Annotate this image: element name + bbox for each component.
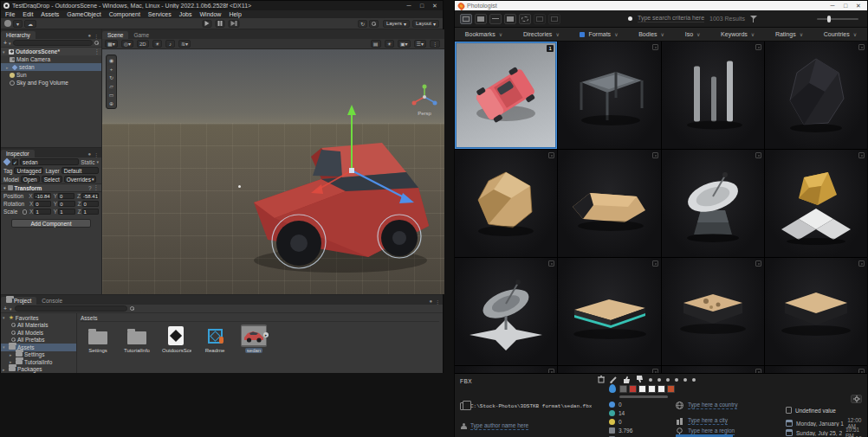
static-caret-icon[interactable]: ▾ bbox=[96, 159, 99, 164]
expand-arrow-icon[interactable]: ▸ bbox=[6, 65, 10, 70]
hierarchy-row-scene[interactable]: ▾ OutdoorsScene* ⋮ bbox=[1, 48, 101, 55]
project-search-input[interactable] bbox=[15, 305, 127, 312]
play-button[interactable] bbox=[203, 20, 212, 28]
account-dropdown-caret[interactable]: ▾ bbox=[13, 20, 23, 28]
tree-assets[interactable]: ▾Assets bbox=[1, 344, 76, 351]
grid-item-row4-3[interactable] bbox=[662, 366, 764, 373]
assets-breadcrumb[interactable]: Assets bbox=[81, 314, 439, 322]
search-input[interactable]: Type search criteria here bbox=[638, 15, 704, 22]
scale-tool-icon[interactable]: ▱ bbox=[107, 82, 115, 90]
rotation-x-field[interactable]: 0 bbox=[34, 201, 50, 207]
city-input[interactable]: Type here a city bbox=[688, 417, 728, 425]
grid-visibility-icon[interactable]: ▤ bbox=[371, 40, 381, 48]
project-add-caret[interactable]: ▾ bbox=[10, 306, 12, 312]
sedan-3d-model[interactable] bbox=[236, 94, 444, 280]
menu-jobs[interactable]: Jobs bbox=[179, 11, 192, 17]
palette-swatch[interactable] bbox=[619, 385, 627, 393]
hierarchy-add-button[interactable]: + bbox=[3, 40, 7, 46]
transform-foldout-icon[interactable]: ▾ bbox=[3, 185, 6, 190]
filter-funnel-icon[interactable] bbox=[750, 16, 757, 22]
rotate-tool-icon[interactable]: ↻ bbox=[107, 74, 115, 81]
filter-iso[interactable]: Iso∨ bbox=[685, 31, 701, 37]
inspector-panel-menu-icon[interactable]: ●⋮ bbox=[85, 151, 101, 157]
scale-x-field[interactable]: 1 bbox=[34, 209, 50, 215]
model-overrides-dropdown[interactable]: Overrides▾ bbox=[64, 176, 97, 183]
tab-project[interactable]: Project bbox=[1, 297, 36, 305]
thumbnail-size-slider[interactable] bbox=[817, 18, 858, 20]
scale-y-field[interactable]: 1 bbox=[58, 209, 74, 215]
rotation-z-field[interactable]: 0 bbox=[82, 201, 99, 207]
layer-dropdown[interactable]: Default bbox=[62, 167, 99, 174]
rect-tool-icon[interactable]: ▭ bbox=[107, 91, 115, 99]
effects-dropdown-icon[interactable]: ≋ ▾ bbox=[178, 40, 191, 48]
tag-icon[interactable] bbox=[858, 152, 865, 158]
account-icon[interactable] bbox=[4, 20, 11, 27]
view-list-icon[interactable] bbox=[489, 14, 502, 24]
search-everything-icon[interactable] bbox=[369, 20, 379, 28]
tab-scene[interactable]: Scene bbox=[102, 31, 128, 39]
hierarchy-row-sun[interactable]: Sun bbox=[1, 71, 101, 79]
rotation-y-field[interactable]: 0 bbox=[58, 201, 74, 207]
view-tool-icon[interactable]: ◉ bbox=[107, 56, 115, 64]
asset-item-sedan[interactable]: ▸ sedan bbox=[238, 325, 269, 353]
compare-icon[interactable] bbox=[548, 14, 560, 24]
hierarchy-row-sedan[interactable]: ▸ sedan bbox=[1, 63, 101, 71]
edit-pencil-icon[interactable] bbox=[610, 376, 618, 383]
tree-settings[interactable]: ▸Settings bbox=[1, 351, 76, 359]
gameobject-name-field[interactable]: sedan bbox=[20, 158, 79, 165]
scale-z-field[interactable]: 1 bbox=[82, 209, 99, 215]
debug-mode-dropdown[interactable]: ◎ ▾ bbox=[121, 40, 133, 48]
tag-icon[interactable] bbox=[652, 44, 658, 50]
tree-all-materials[interactable]: All Materials bbox=[1, 322, 76, 330]
move-tool-icon[interactable]: + bbox=[107, 65, 115, 73]
menu-component[interactable]: Component bbox=[109, 11, 140, 17]
hierarchy-row-main-camera[interactable]: Main Camera bbox=[1, 55, 101, 63]
settings-gear-button[interactable] bbox=[851, 395, 862, 403]
file-path[interactable]: C:\Stock-Photos\3DSTKB format\sedan.fbx bbox=[470, 403, 592, 409]
draw-mode-dropdown[interactable]: ▦ ▾ bbox=[105, 40, 118, 48]
active-checkbox[interactable]: ✓ bbox=[12, 159, 18, 165]
rating-dot[interactable] bbox=[657, 378, 661, 382]
filter-keywords[interactable]: Keywords∨ bbox=[721, 31, 755, 37]
tab-game[interactable]: Game bbox=[128, 31, 154, 39]
palette-swatch[interactable] bbox=[667, 385, 675, 393]
tag-icon[interactable] bbox=[755, 260, 761, 267]
rating-dot[interactable] bbox=[692, 378, 696, 382]
grid-item-sedan[interactable]: 1 bbox=[455, 42, 557, 149]
scene-light-icon[interactable]: ☀ bbox=[385, 40, 394, 48]
menu-file[interactable]: File bbox=[5, 11, 15, 17]
grid-item-table[interactable] bbox=[558, 42, 660, 149]
lasso-select-icon[interactable] bbox=[519, 14, 531, 24]
layers-dropdown[interactable]: Layers▾ bbox=[383, 20, 410, 28]
grid-item-tan-rock[interactable] bbox=[455, 150, 557, 257]
grid-item-glow-platform[interactable] bbox=[558, 258, 660, 365]
filter-directories[interactable]: Directories∨ bbox=[523, 31, 560, 37]
layout-dropdown[interactable]: Layout▾ bbox=[412, 20, 439, 28]
gizmos-dropdown[interactable]: ☰ ▾ bbox=[414, 40, 426, 48]
position-z-field[interactable]: -58.41 bbox=[81, 193, 99, 199]
asset-expand-notch[interactable]: ▸ bbox=[263, 332, 269, 337]
dam-close-button[interactable]: ✕ bbox=[853, 3, 864, 10]
grid-item-crystal[interactable] bbox=[558, 150, 660, 257]
project-panel-menu-icon[interactable]: ●⋮ bbox=[426, 299, 443, 305]
tag-dropdown[interactable]: Untagged bbox=[14, 167, 43, 174]
copy-path-icon[interactable] bbox=[460, 402, 467, 410]
grid-item-hex-pad-bumps[interactable] bbox=[662, 258, 764, 365]
stack-icon[interactable] bbox=[534, 14, 546, 24]
rating-dot[interactable] bbox=[675, 378, 678, 382]
tag-icon[interactable] bbox=[755, 44, 761, 50]
tree-packages[interactable]: ▸Packages bbox=[1, 366, 76, 374]
tag-icon[interactable] bbox=[548, 260, 554, 267]
view-grid-icon[interactable] bbox=[475, 14, 487, 24]
palette-swatch[interactable] bbox=[629, 385, 637, 393]
hierarchy-search-input[interactable] bbox=[13, 40, 93, 46]
tag-icon[interactable] bbox=[652, 152, 658, 158]
scene-camera-dropdown-icon[interactable]: ▣ ▾ bbox=[398, 40, 411, 48]
grid-item-dish-star[interactable] bbox=[455, 258, 557, 365]
grid-item-dish[interactable] bbox=[662, 150, 764, 257]
audio-toggle-icon[interactable]: ♪ bbox=[165, 40, 175, 48]
palette-swatch[interactable] bbox=[648, 385, 656, 393]
menu-help[interactable]: Help bbox=[229, 11, 241, 17]
filter-countries[interactable]: Countries∨ bbox=[824, 31, 857, 37]
position-x-field[interactable]: -10.84 bbox=[34, 193, 51, 199]
